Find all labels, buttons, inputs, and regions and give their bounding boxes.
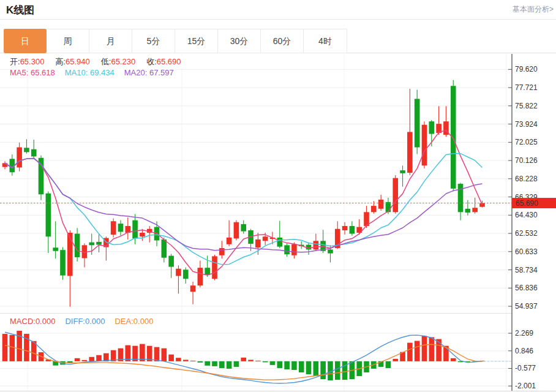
price-tick-label: 56.836: [515, 284, 538, 292]
ohlc-readout: 开:65.300 高:65.940 低:65.230 收:65.690: [10, 56, 184, 68]
candle: [458, 184, 464, 212]
candle: [255, 239, 261, 247]
candle: [234, 222, 239, 239]
macd-bar: [422, 336, 427, 361]
candle: [479, 203, 485, 207]
candle: [219, 248, 225, 255]
candle: [2, 163, 8, 167]
candle: [422, 125, 427, 166]
price-tick-label: 62.532: [515, 229, 538, 238]
price-tick-label: 60.633: [515, 247, 538, 256]
macd-bar: [415, 341, 420, 361]
macd-bar: [89, 357, 94, 361]
candle: [67, 233, 73, 276]
svg-text:65.690: 65.690: [516, 199, 538, 208]
tab-5min[interactable]: 5分: [132, 29, 175, 53]
candle: [132, 221, 138, 239]
candle: [183, 270, 189, 279]
candle: [342, 226, 348, 230]
price-tick-label: 73.924: [515, 120, 538, 129]
page-title: K线图: [6, 3, 34, 17]
candle: [24, 148, 29, 152]
candle: [75, 234, 80, 257]
candle: [328, 249, 333, 253]
macd-bar: [451, 358, 456, 361]
macd-bar: [219, 361, 225, 368]
candle: [227, 238, 232, 244]
candle: [284, 245, 290, 254]
tab-4hour[interactable]: 4时: [304, 29, 347, 53]
candle: [198, 268, 203, 285]
candle: [96, 242, 102, 245]
titlebar: K线图 基本面分析>: [0, 0, 556, 18]
candle: [451, 86, 456, 189]
diff-value: DIFF:0.000: [65, 317, 105, 326]
tab-week[interactable]: 周: [47, 29, 89, 53]
candle: [241, 224, 246, 232]
open-value: 开:65.300: [10, 56, 44, 67]
candle: [212, 256, 217, 279]
macd-bar: [2, 334, 8, 361]
candle: [314, 241, 319, 249]
low-value: 低:65.230: [101, 56, 135, 67]
candle: [415, 99, 420, 147]
high-value: 高:65.940: [55, 56, 89, 67]
tab-month[interactable]: 月: [89, 29, 132, 53]
ma10-value: MA10: 69.434: [65, 68, 115, 77]
candle: [407, 132, 413, 173]
candle: [168, 256, 174, 267]
tab-30min[interactable]: 30分: [218, 29, 261, 53]
candle: [89, 243, 94, 246]
candle: [190, 285, 196, 292]
close-value: 收:65.690: [146, 56, 181, 67]
candle: [378, 200, 384, 209]
macd-bar: [183, 360, 189, 361]
macd-bar: [176, 358, 181, 361]
candle: [162, 239, 167, 258]
macd-bar: [198, 361, 203, 363]
panel-borders: [0, 53, 556, 391]
macd-bar: [140, 344, 145, 361]
macd-tick-label: 2.269: [515, 329, 533, 337]
ma-legend: MA5: 65.618 MA10: 69.434 MA20: 67.597: [10, 67, 176, 78]
macd-bar: [429, 337, 434, 361]
price-tick-label: 64.430: [515, 211, 538, 219]
tab-60min[interactable]: 60分: [261, 29, 304, 53]
candlesticks: [2, 80, 485, 307]
price-tick-label: 79.620: [515, 65, 538, 74]
macd-bar: [227, 361, 232, 369]
candle: [350, 226, 355, 234]
candle: [371, 206, 377, 212]
macd-bar: [10, 335, 15, 361]
macd-bar: [154, 347, 160, 361]
ma5-value: MA5: 65.618: [10, 68, 55, 77]
macd-bar: [75, 358, 80, 361]
period-tabs: 日 周 月 5分 15分 30分 60分 4时: [4, 29, 347, 53]
macd-bar: [205, 361, 210, 366]
candle: [118, 224, 124, 232]
fundamental-analysis-link[interactable]: 基本面分析>: [513, 4, 554, 15]
macd-bar: [284, 361, 290, 369]
macd-bar: [270, 361, 276, 365]
macd-value: MACD:0.000: [10, 317, 55, 326]
macd-bar: [263, 361, 268, 363]
macd-bar: [96, 355, 102, 361]
macd-tick-label: -2.001: [515, 382, 536, 390]
candle: [140, 233, 145, 236]
candle: [429, 121, 434, 134]
macd-bar: [248, 360, 254, 361]
candle: [472, 208, 478, 212]
macd-bar: [407, 343, 413, 361]
title-divider: [0, 19, 556, 20]
tab-15min[interactable]: 15分: [175, 29, 218, 53]
candle: [111, 221, 116, 235]
candle: [31, 149, 37, 157]
candle: [465, 209, 471, 213]
tab-day[interactable]: 日: [4, 29, 47, 53]
macd-bar: [190, 361, 196, 361]
macd-histogram: [2, 331, 511, 380]
current-price-badge: 65.690: [512, 198, 556, 208]
macd-bar: [306, 361, 312, 374]
price-tick-label: 68.228: [515, 175, 538, 183]
candle: [393, 178, 398, 213]
